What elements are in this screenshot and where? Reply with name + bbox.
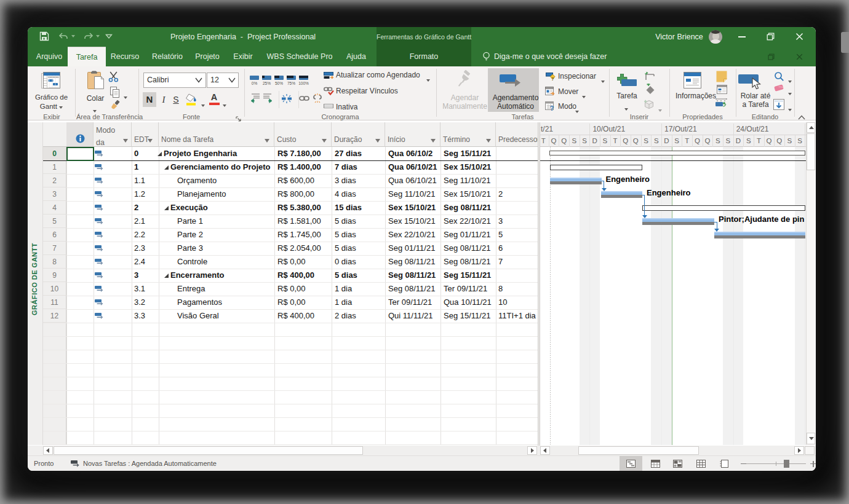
svg-text:?: ? bbox=[551, 76, 554, 81]
svg-text:?: ? bbox=[550, 104, 554, 112]
